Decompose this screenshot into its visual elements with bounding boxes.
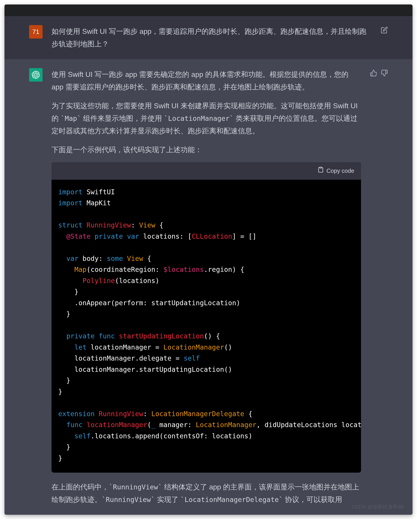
copy-code-label: Copy code	[326, 166, 354, 176]
inline-code: `RunningView`	[109, 483, 162, 491]
user-question: 如何使用 Swift UI 写一跑步 app，需要追踪用户的跑步时长、跑步距离、…	[52, 25, 372, 50]
inline-code: `RunningView`	[102, 496, 155, 503]
user-message: 71 如何使用 Swift UI 写一跑步 app，需要追踪用户的跑步时长、跑步…	[4, 16, 413, 59]
code-block: Copy code import SwiftUI import MapKit s…	[52, 162, 361, 473]
clipboard-icon	[318, 166, 324, 176]
answer-para-3: 下面是一个示例代码，该代码实现了上述功能：	[52, 143, 361, 156]
question-text: 如何使用 Swift UI 写一跑步 app，需要追踪用户的跑步时长、跑步距离、…	[52, 25, 372, 50]
inline-code: `LocationManager`	[164, 115, 234, 122]
code-content[interactable]: import SwiftUI import MapKit struct Runn…	[52, 180, 361, 473]
code-header: Copy code	[52, 162, 361, 180]
thumbs-up-icon[interactable]	[370, 69, 377, 506]
answer-para-1: 使用 Swift UI 写一跑步 app 需要先确定您的 app 的具体需求和功…	[52, 68, 361, 93]
top-bar	[4, 4, 413, 16]
thumbs-down-icon[interactable]	[381, 69, 388, 506]
answer-para-2: 为了实现这些功能，您需要使用 Swift UI 来创建界面并实现相应的功能。这可…	[52, 99, 361, 137]
edit-icon[interactable]	[381, 26, 388, 50]
chat-window: 71 如何使用 Swift UI 写一跑步 app，需要追踪用户的跑步时长、跑步…	[4, 4, 413, 515]
inline-code: `Map`	[61, 115, 81, 122]
copy-code-button[interactable]: Copy code	[318, 166, 354, 176]
inline-code: `LocationManagerDelegate`	[180, 496, 283, 503]
user-avatar: 71	[29, 25, 42, 39]
answer-para-4: 在上面的代码中，`RunningView` 结构体定义了 app 的主界面，该界…	[52, 481, 361, 506]
user-actions	[381, 25, 388, 50]
assistant-avatar	[29, 68, 42, 82]
assistant-answer: 使用 Swift UI 写一跑步 app 需要先确定您的 app 的具体需求和功…	[52, 68, 361, 506]
assistant-actions	[370, 68, 388, 506]
assistant-message: 使用 Swift UI 写一跑步 app 需要先确定您的 app 的具体需求和功…	[4, 59, 413, 515]
svg-rect-0	[320, 167, 322, 168]
